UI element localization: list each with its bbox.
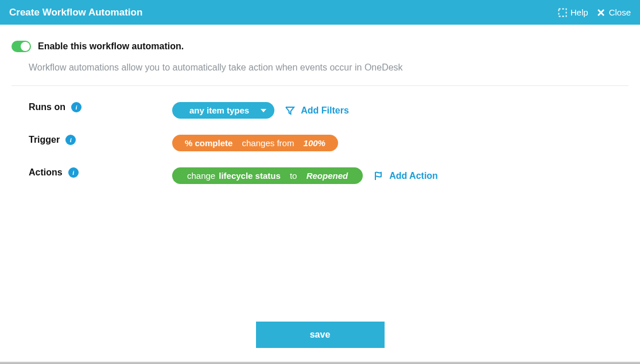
action-field: lifecycle status (219, 171, 281, 181)
close-label: Close (609, 7, 631, 17)
info-icon[interactable]: i (65, 135, 76, 145)
help-label: Help (571, 7, 588, 17)
trigger-label-wrap: Trigger i (11, 135, 172, 145)
action-verb: change (187, 171, 215, 181)
close-icon (596, 8, 606, 17)
runs-on-label-wrap: Runs on i (11, 102, 172, 112)
actions-body: change lifecycle status to Reopened Add … (172, 167, 438, 184)
modal-header: Create Workflow Automation Help Close (0, 0, 640, 25)
bottom-edge (0, 362, 640, 364)
enable-label: Enable this workflow automation. (38, 41, 184, 52)
footer: save (0, 322, 640, 348)
flag-icon (373, 171, 383, 181)
runs-on-section: Runs on i any item types Add Filters (11, 86, 629, 119)
trigger-label: Trigger (29, 135, 60, 145)
actions-label-wrap: Actions i (11, 167, 172, 178)
modal-title: Create Workflow Automation (9, 7, 142, 18)
trigger-pill[interactable]: % complete changes from 100% (172, 135, 338, 151)
runs-on-body: any item types Add Filters (172, 102, 349, 119)
item-types-value: any item types (189, 105, 249, 115)
item-types-dropdown[interactable]: any item types (172, 102, 274, 119)
header-actions: Help Close (558, 7, 631, 17)
trigger-field: % complete (185, 138, 232, 148)
add-filters-label: Add Filters (301, 105, 349, 116)
toggle-knob (21, 42, 30, 51)
action-value: Reopened (307, 171, 348, 181)
trigger-section: Trigger i % complete changes from 100% (11, 119, 629, 151)
description-text: Workflow automations allow you to automa… (11, 62, 629, 85)
save-button[interactable]: save (256, 322, 385, 348)
help-button[interactable]: Help (558, 7, 588, 17)
filter-icon (285, 105, 295, 116)
action-connector: to (290, 171, 297, 181)
add-action-button[interactable]: Add Action (373, 171, 438, 181)
add-filters-button[interactable]: Add Filters (285, 105, 349, 116)
svg-rect-0 (558, 9, 566, 16)
close-button[interactable]: Close (596, 7, 631, 17)
enable-toggle[interactable] (11, 41, 31, 52)
add-action-label: Add Action (389, 171, 438, 181)
chevron-down-icon (261, 109, 266, 112)
enable-row: Enable this workflow automation. (11, 41, 629, 52)
trigger-value: 100% (304, 138, 325, 148)
action-pill[interactable]: change lifecycle status to Reopened (172, 167, 363, 184)
info-icon[interactable]: i (68, 167, 79, 178)
info-icon[interactable]: i (71, 102, 82, 112)
trigger-verb: changes from (242, 138, 294, 148)
runs-on-label: Runs on (29, 102, 65, 112)
help-icon (558, 8, 567, 17)
actions-section: Actions i change lifecycle status to Reo… (11, 151, 629, 184)
trigger-body: % complete changes from 100% (172, 135, 338, 151)
actions-label: Actions (29, 167, 63, 178)
modal-content: Enable this workflow automation. Workflo… (0, 25, 640, 184)
